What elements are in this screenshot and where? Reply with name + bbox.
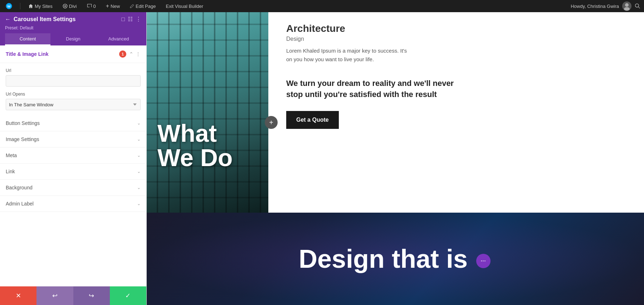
link-header[interactable]: Link ⌄: [0, 164, 146, 179]
my-sites-label: My Sites: [35, 4, 53, 9]
section-header-icons: ⌃ ⋮: [129, 51, 141, 57]
panel-body: Title & Image Link 1 ⌃ ⋮ Url Url Opens I…: [0, 45, 146, 286]
meta-title: Meta: [6, 152, 137, 158]
button-settings-title: Button Settings: [6, 120, 137, 126]
url-label: Url: [6, 68, 141, 73]
panel-header: ← Carousel Item Settings □ ☷ ⋮ Preset: D…: [0, 12, 146, 45]
admin-label-title: Admin Label: [6, 201, 137, 207]
wordpress-icon: W: [6, 3, 12, 9]
image-settings-header[interactable]: Image Settings ⌄: [0, 131, 146, 147]
edit-page-label: Edit Page: [136, 4, 156, 9]
tab-content[interactable]: Content: [5, 33, 50, 45]
link-arrow: ⌄: [137, 169, 141, 174]
redo-button[interactable]: ↪: [73, 286, 110, 305]
exit-visual-builder-item[interactable]: Exit Visual Builder: [164, 0, 205, 12]
svg-point-8: [635, 4, 639, 8]
new-label: New: [111, 4, 120, 9]
divi-label: Divi: [69, 4, 77, 9]
admin-label-section: Admin Label ⌄: [0, 196, 146, 212]
main-wrapper: ← Carousel Item Settings □ ☷ ⋮ Preset: D…: [0, 12, 644, 305]
save-button[interactable]: ✓: [110, 286, 146, 305]
panel-layout-icon[interactable]: ☷: [128, 16, 133, 23]
admin-label-arrow: ⌄: [137, 201, 141, 206]
image-settings-section: Image Settings ⌄: [0, 131, 146, 147]
svg-point-7: [624, 7, 630, 11]
svg-line-9: [638, 7, 640, 8]
meta-header[interactable]: Meta ⌄: [0, 147, 146, 163]
search-admin-icon[interactable]: [635, 3, 640, 9]
arch-image-text-line2: We Do: [157, 145, 233, 170]
svg-point-6: [625, 3, 629, 7]
howdy-text: Howdy, Christina Gwira: [571, 4, 619, 9]
tab-advanced[interactable]: Advanced: [96, 33, 141, 45]
meta-section: Meta ⌄: [0, 147, 146, 164]
panel-tabs: Content Design Advanced: [5, 33, 141, 45]
section-more-icon[interactable]: ⋮: [136, 51, 141, 57]
get-quote-button[interactable]: Get a Quote: [286, 111, 339, 129]
title-image-link-section-header[interactable]: Title & Image Link 1 ⌃ ⋮: [0, 45, 146, 63]
divi-item[interactable]: Divi: [60, 0, 79, 12]
meta-arrow: ⌄: [137, 153, 141, 158]
panel-more-icon[interactable]: ⋮: [136, 16, 141, 23]
undo-button[interactable]: ↩: [36, 286, 73, 305]
button-settings-section: Button Settings ⌄: [0, 115, 146, 131]
image-settings-arrow: ⌄: [137, 137, 141, 142]
comments-item[interactable]: 0: [85, 0, 98, 12]
tab-design[interactable]: Design: [50, 33, 96, 45]
arch-text-overlay: What We Do: [157, 121, 233, 170]
edit-icon: [130, 4, 134, 8]
arch-description: Lorem Khaled Ipsum is a major key to suc…: [286, 47, 411, 64]
arch-image: What We Do: [147, 12, 268, 213]
admin-divider-1: [20, 3, 20, 9]
arch-tagline: We turn your dream to reality and we'll …: [286, 78, 465, 100]
house-icon: [28, 4, 33, 9]
panel-title-row: ← Carousel Item Settings □ ☷ ⋮: [5, 16, 141, 23]
wp-logo-item[interactable]: W: [4, 0, 14, 12]
link-title: Link: [6, 169, 137, 174]
panel-preset[interactable]: Preset: Default: [5, 25, 141, 30]
background-title: Background: [6, 185, 137, 190]
avatar: [622, 1, 632, 11]
section-collapse-icon[interactable]: ⌃: [129, 51, 133, 57]
new-item[interactable]: + New: [104, 0, 122, 12]
bottom-action-bar: ✕ ↩ ↪ ✓: [0, 286, 146, 305]
divi-icon: [63, 4, 68, 9]
url-input[interactable]: [6, 75, 141, 87]
panel-back-icon[interactable]: ←: [5, 16, 11, 23]
purple-dot-icon: [476, 254, 491, 268]
image-settings-title: Image Settings: [6, 136, 137, 142]
dark-section: Design that is: [147, 213, 644, 305]
title-image-link-content: Url Url Opens In The Same Window In A Ne…: [0, 63, 146, 115]
arch-subtitle: Design: [286, 36, 626, 42]
comment-count: 0: [93, 4, 96, 9]
panel-resize-icon[interactable]: □: [121, 16, 125, 23]
arch-right: Architecture Design Lorem Khaled Ipsum i…: [268, 12, 644, 213]
left-panel: ← Carousel Item Settings □ ☷ ⋮ Preset: D…: [0, 12, 147, 305]
svg-point-4: [89, 6, 92, 9]
canvas-content: What We Do + Architecture Design Lorem K…: [147, 12, 644, 305]
my-sites-item[interactable]: My Sites: [26, 0, 55, 12]
edit-page-item[interactable]: Edit Page: [128, 0, 158, 12]
button-settings-arrow: ⌄: [137, 121, 141, 126]
wp-admin-bar: W My Sites Divi 0 + New Edit Page Exit V…: [0, 0, 644, 12]
arch-category: Architecture: [286, 23, 626, 34]
admin-right: Howdy, Christina Gwira: [571, 1, 640, 11]
title-image-link-title: Title & Image Link: [6, 51, 119, 57]
svg-text:W: W: [7, 4, 11, 8]
background-arrow: ⌄: [137, 185, 141, 190]
add-content-button[interactable]: +: [265, 116, 278, 129]
design-that-is-text: Design that is: [299, 245, 468, 273]
cancel-button[interactable]: ✕: [0, 286, 36, 305]
background-header[interactable]: Background ⌄: [0, 180, 146, 195]
admin-label-header[interactable]: Admin Label ⌄: [0, 196, 146, 212]
panel-header-icons: □ ☷ ⋮: [121, 16, 141, 23]
exit-visual-builder-label: Exit Visual Builder: [166, 4, 203, 9]
button-settings-header[interactable]: Button Settings ⌄: [0, 115, 146, 131]
comments-icon: [87, 4, 92, 9]
dark-section-text: Design that is: [299, 244, 492, 273]
url-opens-label: Url Opens: [6, 92, 141, 97]
panel-title: Carousel Item Settings: [14, 16, 118, 23]
url-opens-select[interactable]: In The Same Window In A New Tab: [6, 99, 141, 110]
canvas-area: What We Do + Architecture Design Lorem K…: [147, 12, 644, 305]
background-section: Background ⌄: [0, 180, 146, 196]
